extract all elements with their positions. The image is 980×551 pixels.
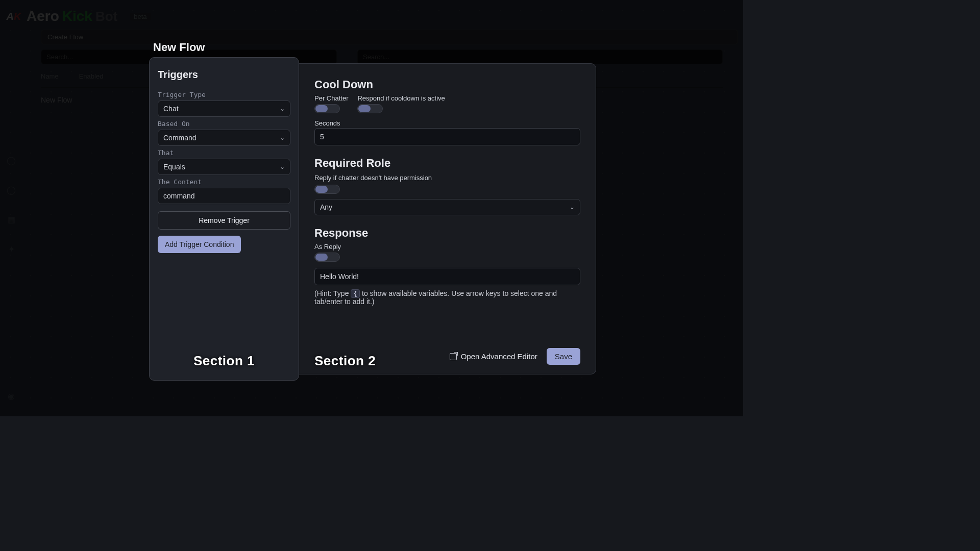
seconds-label: Seconds (314, 119, 580, 127)
chevron-down-icon: ⌄ (280, 163, 285, 170)
respond-if-active-toggle[interactable] (357, 104, 383, 113)
as-reply-toggle[interactable] (314, 253, 340, 262)
per-chatter-toggle[interactable] (314, 104, 340, 113)
triggers-panel: Triggers Trigger Type Chat ⌄ Based On Co… (149, 57, 299, 381)
content-label: The Content (158, 178, 290, 186)
that-label: That (158, 149, 290, 157)
based-on-select[interactable]: Command ⌄ (158, 130, 290, 146)
brace-code: { (351, 289, 360, 298)
response-input[interactable] (314, 268, 580, 285)
based-on-label: Based On (158, 120, 290, 128)
trigger-type-select[interactable]: Chat ⌄ (158, 101, 290, 117)
content-input[interactable] (158, 188, 290, 204)
respond-if-active-label: Respond if cooldown is active (357, 94, 445, 102)
external-link-icon (450, 353, 457, 360)
per-chatter-label: Per Chatter (314, 94, 348, 102)
settings-panel: Cool Down Per Chatter Respond if cooldow… (299, 63, 596, 374)
trigger-type-label: Trigger Type (158, 91, 290, 98)
seconds-input[interactable] (314, 128, 580, 145)
open-advanced-editor-link[interactable]: Open Advanced Editor (450, 352, 537, 361)
response-hint: (Hint: Type { to show available variable… (314, 289, 580, 306)
chevron-down-icon: ⌄ (280, 105, 285, 112)
that-select[interactable]: Equals ⌄ (158, 159, 290, 175)
as-reply-label: As Reply (314, 243, 580, 251)
triggers-heading: Triggers (158, 69, 290, 81)
cooldown-heading: Cool Down (314, 78, 580, 91)
chevron-down-icon: ⌄ (570, 204, 575, 211)
section-2-tag: Section 2 (314, 353, 376, 369)
save-button[interactable]: Save (547, 348, 580, 365)
role-select[interactable]: Any ⌄ (314, 199, 580, 215)
flow-editor-modal: Triggers Trigger Type Chat ⌄ Based On Co… (149, 57, 596, 381)
section-1-tag: Section 1 (150, 353, 299, 369)
remove-trigger-button[interactable]: Remove Trigger (158, 211, 290, 230)
modal-title: New Flow (153, 41, 205, 54)
reply-no-permission-label: Reply if chatter doesn't have permission (314, 174, 580, 182)
chevron-down-icon: ⌄ (280, 134, 285, 141)
add-trigger-condition-button[interactable]: Add Trigger Condition (158, 236, 241, 253)
required-role-heading: Required Role (314, 157, 580, 170)
reply-no-permission-toggle[interactable] (314, 185, 340, 194)
response-heading: Response (314, 227, 580, 240)
